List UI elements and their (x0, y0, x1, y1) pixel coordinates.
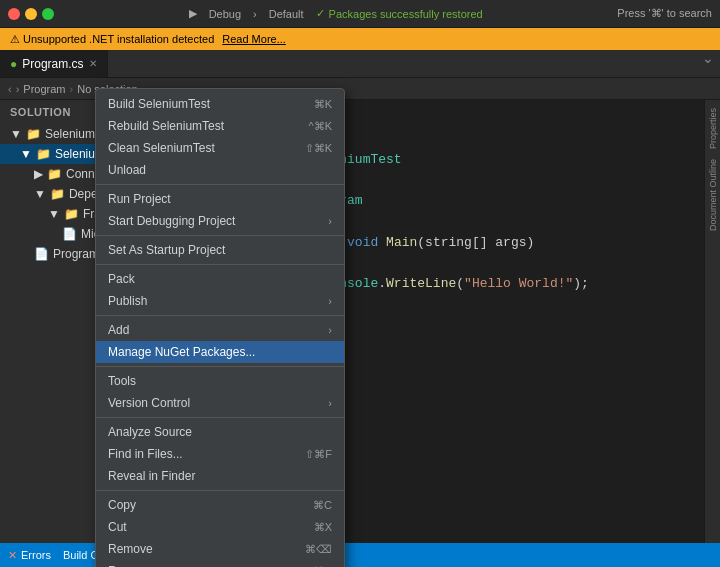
menu-shortcut: ⇧⌘F (305, 448, 332, 461)
tab-close-icon[interactable]: ✕ (89, 58, 97, 69)
window-buttons (8, 8, 54, 20)
minimize-button[interactable] (25, 8, 37, 20)
menu-label: Analyze Source (108, 425, 192, 439)
menu-label: Copy (108, 498, 136, 512)
check-icon: ✓ (316, 7, 325, 20)
menu-label: Version Control (108, 396, 190, 410)
menu-remove[interactable]: Remove ⌘⌫ (96, 538, 344, 560)
separator-2 (96, 235, 344, 236)
breadcrumb-separator: › (70, 83, 74, 95)
file-icon: 📄 (62, 227, 77, 241)
context-menu: Build SeleniumTest ⌘K Rebuild SeleniumTe… (95, 88, 345, 567)
menu-shortcut: ⌘K (314, 98, 332, 111)
separator-icon: › (253, 8, 257, 20)
menu-shortcut: ⌘C (313, 499, 332, 512)
menu-debug[interactable]: Start Debugging Project › (96, 210, 344, 232)
separator-5 (96, 366, 344, 367)
menu-label: Pack (108, 272, 135, 286)
folder-icon: 📁 (36, 147, 51, 161)
menu-label: Rebuild SeleniumTest (108, 119, 224, 133)
menu-tools[interactable]: Tools (96, 370, 344, 392)
menu-label: Run Project (108, 192, 171, 206)
play-icon[interactable]: ▶ (189, 7, 197, 20)
folder-icon: 📁 (50, 187, 65, 201)
tab-program-cs[interactable]: ● Program.cs ✕ (0, 50, 108, 77)
menu-label: Build SeleniumTest (108, 97, 210, 111)
expand-icon: ▼ (20, 147, 32, 161)
document-outline-label[interactable]: Document Outline (708, 155, 718, 235)
menu-publish[interactable]: Publish › (96, 290, 344, 312)
submenu-arrow: › (328, 397, 332, 409)
submenu-arrow: › (328, 295, 332, 307)
menu-shortcut: ^⌘K (309, 120, 333, 133)
separator-1 (96, 184, 344, 185)
titlebar: ▶ Debug › Default ✓ Packages successfull… (0, 0, 720, 28)
menu-cut[interactable]: Cut ⌘X (96, 516, 344, 538)
tab-arrow[interactable]: ⌄ (696, 50, 720, 77)
menu-label: Find in Files... (108, 447, 183, 461)
menu-label: Clean SeleniumTest (108, 141, 215, 155)
menu-label: Manage NuGet Packages... (108, 345, 255, 359)
menu-clean[interactable]: Clean SeleniumTest ⇧⌘K (96, 137, 344, 159)
folder-icon: 📁 (26, 127, 41, 141)
properties-label[interactable]: Properties (708, 104, 718, 153)
right-sidebar: Properties Document Outline (704, 100, 720, 543)
separator-7 (96, 490, 344, 491)
menu-startup[interactable]: Set As Startup Project (96, 239, 344, 261)
expand-icon: ▶ (34, 167, 43, 181)
close-button[interactable] (8, 8, 20, 20)
folder-icon: 📁 (47, 167, 62, 181)
error-icon: ✕ (8, 549, 17, 562)
separator-3 (96, 264, 344, 265)
warning-message: ⚠ Unsupported .NET installation detected (10, 33, 214, 46)
menu-nuget[interactable]: Manage NuGet Packages... (96, 341, 344, 363)
menu-label: Unload (108, 163, 146, 177)
expand-icon: ▼ (48, 207, 60, 221)
maximize-button[interactable] (42, 8, 54, 20)
menu-shortcut: ⌘X (314, 521, 332, 534)
nav-back-icon[interactable]: ‹ (8, 83, 12, 95)
expand-icon: ▼ (10, 127, 22, 141)
nav-forward-icon[interactable]: › (16, 83, 20, 95)
submenu-arrow: › (328, 215, 332, 227)
menu-rebuild[interactable]: Rebuild SeleniumTest ^⌘K (96, 115, 344, 137)
menu-reveal[interactable]: Reveal in Finder (96, 465, 344, 487)
menu-build[interactable]: Build SeleniumTest ⌘K (96, 93, 344, 115)
titlebar-right: Press '⌘' to search (617, 7, 712, 20)
breadcrumb-program[interactable]: Program (23, 83, 65, 95)
warning-bar: ⚠ Unsupported .NET installation detected… (0, 28, 720, 50)
separator-6 (96, 417, 344, 418)
folder-icon: 📁 (64, 207, 79, 221)
menu-label: Remove (108, 542, 153, 556)
menu-label: Reveal in Finder (108, 469, 195, 483)
menu-label: Publish (108, 294, 147, 308)
tab-icon: ● (10, 57, 17, 71)
errors-status[interactable]: ✕ Errors (8, 549, 51, 562)
menu-analyze[interactable]: Analyze Source (96, 421, 344, 443)
menu-rename[interactable]: Rename... ⌘R (96, 560, 344, 567)
submenu-arrow: › (328, 324, 332, 336)
menu-pack[interactable]: Pack (96, 268, 344, 290)
menu-shortcut: ⌘⌫ (305, 543, 332, 556)
tab-bar: ● Program.cs ✕ ⌄ (0, 50, 720, 78)
search-label[interactable]: Press '⌘' to search (617, 7, 712, 20)
default-label: Default (269, 8, 304, 20)
menu-label: Add (108, 323, 129, 337)
menu-run[interactable]: Run Project (96, 188, 344, 210)
menu-add[interactable]: Add › (96, 319, 344, 341)
menu-shortcut: ⇧⌘K (305, 142, 332, 155)
menu-version-control[interactable]: Version Control › (96, 392, 344, 414)
read-more-link[interactable]: Read More... (222, 33, 286, 45)
menu-find[interactable]: Find in Files... ⇧⌘F (96, 443, 344, 465)
errors-label: Errors (21, 549, 51, 561)
menu-label: Set As Startup Project (108, 243, 225, 257)
menu-copy[interactable]: Copy ⌘C (96, 494, 344, 516)
menu-unload[interactable]: Unload (96, 159, 344, 181)
file-icon: 📄 (34, 247, 49, 261)
separator-4 (96, 315, 344, 316)
expand-icon: ▼ (34, 187, 46, 201)
menu-label: Start Debugging Project (108, 214, 235, 228)
menu-label: Tools (108, 374, 136, 388)
menu-label: Cut (108, 520, 127, 534)
status-message: Packages successfully restored (329, 8, 483, 20)
